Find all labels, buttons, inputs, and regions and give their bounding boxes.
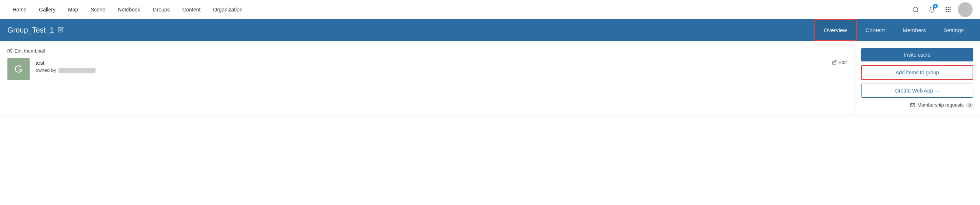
notifications-button[interactable]: 4: [925, 3, 939, 16]
svg-line-1: [917, 11, 918, 12]
apps-button[interactable]: [942, 3, 955, 16]
group-header: Group_Test_1 Overview Content Members Se…: [0, 19, 980, 41]
nav-map[interactable]: Map: [63, 5, 83, 15]
owned-by-label: owned by: [35, 67, 56, 73]
membership-requests-label: Membership requests: [918, 102, 964, 108]
avatar-button[interactable]: [958, 2, 973, 17]
create-webapp-button[interactable]: Create Web App ⌄: [861, 84, 973, 98]
svg-rect-6: [948, 9, 949, 10]
pencil-small-icon: [7, 48, 12, 53]
group-title-area: Group_Test_1: [7, 26, 814, 34]
svg-rect-8: [945, 11, 947, 12]
invite-users-button[interactable]: Invite users: [861, 48, 973, 62]
add-items-button[interactable]: Add items to group: [861, 65, 973, 80]
svg-rect-5: [945, 9, 947, 10]
notification-badge: 4: [933, 4, 938, 9]
tab-overview[interactable]: Overview: [814, 19, 857, 41]
create-webapp-label: Create Web App: [895, 88, 933, 94]
edit-label: Edit: [838, 60, 847, 65]
search-icon: [912, 6, 919, 13]
edit-thumbnail-label: Edit thumbnail: [14, 48, 45, 54]
svg-rect-2: [945, 7, 947, 8]
edit-title-icon[interactable]: [58, 27, 64, 34]
svg-rect-7: [950, 9, 951, 10]
chevron-down-icon: ⌄: [936, 89, 939, 93]
content-right: Invite users Add items to group Create W…: [854, 41, 980, 115]
nav-icons: 4: [909, 2, 973, 17]
group-name: test: [35, 60, 428, 66]
nav-organization[interactable]: Organization: [208, 5, 248, 15]
svg-rect-9: [948, 11, 949, 12]
nav-groups[interactable]: Groups: [148, 5, 175, 15]
svg-rect-3: [948, 7, 949, 8]
top-navigation: Home Gallery Map Scene Notebook Groups C…: [0, 0, 980, 19]
group-title: Group_Test_1: [7, 26, 54, 34]
group-thumbnail: G: [7, 58, 30, 80]
content-left: Edit thumbnail G test owned by Edit: [0, 41, 854, 115]
nav-content[interactable]: Content: [177, 5, 206, 15]
pencil-icon: [58, 27, 64, 33]
edit-group-button[interactable]: Edit: [832, 58, 847, 65]
envelope-icon: [910, 103, 915, 108]
edit-thumbnail-button[interactable]: Edit thumbnail: [7, 48, 847, 54]
membership-count-badge: 0: [966, 103, 973, 108]
tab-members[interactable]: Members: [894, 19, 935, 41]
main-content: Edit thumbnail G test owned by Edit: [0, 41, 980, 116]
owner-value: [59, 68, 95, 73]
nav-home[interactable]: Home: [7, 5, 32, 15]
svg-rect-4: [950, 7, 951, 8]
svg-rect-10: [950, 11, 951, 12]
grid-icon: [945, 6, 951, 13]
group-tabs: Overview Content Members Settings: [814, 19, 973, 41]
group-details: test owned by: [35, 58, 428, 73]
edit-icon: [832, 60, 837, 65]
search-button[interactable]: [909, 3, 922, 16]
tab-settings[interactable]: Settings: [935, 19, 973, 41]
nav-scene[interactable]: Scene: [86, 5, 111, 15]
tab-content[interactable]: Content: [857, 19, 894, 41]
nav-gallery[interactable]: Gallery: [34, 5, 60, 15]
nav-links: Home Gallery Map Scene Notebook Groups C…: [7, 5, 909, 15]
membership-requests-row[interactable]: Membership requests 0: [861, 102, 973, 108]
group-info-row: G test owned by Edit: [7, 58, 847, 80]
nav-notebook[interactable]: Notebook: [113, 5, 145, 15]
owned-by-row: owned by: [35, 67, 428, 73]
